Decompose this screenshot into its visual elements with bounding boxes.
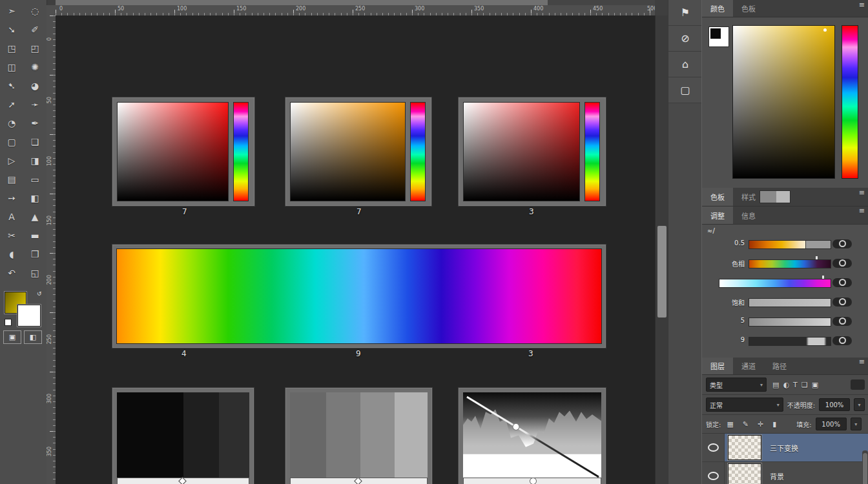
filter-type-icon[interactable]: T (791, 381, 800, 389)
tool-button[interactable]: ➚ (0, 95, 23, 114)
slider-marker[interactable] (816, 256, 818, 259)
tool-button[interactable]: ➛ (23, 95, 46, 114)
swap-colors-icon[interactable]: ↺ (37, 290, 43, 297)
tool-button[interactable]: ✺ (23, 57, 46, 76)
panel-menu-icon[interactable]: ≡ (859, 358, 865, 365)
slider-track[interactable] (749, 259, 831, 268)
slider-knob[interactable] (832, 239, 852, 248)
screen-mode-button[interactable]: ◧ (24, 330, 42, 344)
tool-button[interactable]: ◌ (23, 1, 46, 20)
tool-button[interactable]: A (0, 207, 23, 226)
panel-menu-icon[interactable]: ≡ (859, 207, 865, 214)
tool-button[interactable]: ◧ (23, 188, 46, 207)
panel-menu-icon[interactable]: ≡ (859, 189, 865, 196)
tool-button[interactable]: ➷ (0, 76, 23, 95)
tool-button[interactable]: ✒ (23, 114, 46, 132)
tool-button[interactable]: ↶ (0, 263, 23, 282)
layer-name[interactable]: 背景 (770, 471, 784, 481)
tool-button[interactable]: ◖ (0, 245, 23, 263)
fg-bg-chip[interactable] (708, 26, 729, 47)
layer-thumbnail[interactable] (728, 435, 761, 460)
tool-button[interactable]: ✐ (23, 20, 46, 39)
opacity-spinner[interactable]: ▾ (854, 398, 865, 411)
tool-button[interactable]: ▤ (0, 170, 23, 188)
slider-track[interactable] (749, 240, 831, 249)
tool-button[interactable]: ◳ (0, 39, 23, 57)
tool-button[interactable]: ➙ (0, 188, 23, 207)
tool-button[interactable]: ◨ (23, 151, 46, 170)
blend-mode-dropdown[interactable]: 正常 ▾ (706, 398, 783, 412)
mini-toolbar-button[interactable]: ▢ (668, 77, 702, 103)
filter-type-icon[interactable]: ❏ (800, 381, 810, 389)
slider-track[interactable] (749, 318, 831, 327)
slider-track[interactable] (749, 298, 831, 307)
stop-marker[interactable] (530, 478, 537, 484)
canvas-scrollbar[interactable] (655, 15, 668, 484)
tool-button[interactable]: ◔ (0, 114, 23, 132)
stop-marker[interactable] (178, 477, 187, 484)
tool-button[interactable]: ◱ (23, 263, 46, 282)
scrollbar-thumb[interactable] (657, 226, 666, 318)
slider-inset-handle[interactable] (805, 241, 831, 248)
panel-tab[interactable]: 图层 (702, 358, 733, 374)
filter-type-icon[interactable]: ▣ (810, 381, 820, 389)
stop-marker[interactable] (354, 477, 362, 484)
tool-button[interactable]: ➘ (0, 20, 23, 39)
panel-tab[interactable]: 调整 (702, 207, 733, 224)
tool-button[interactable]: ✂ (0, 226, 23, 245)
default-colors-icon[interactable] (5, 319, 12, 326)
curve-point[interactable] (513, 423, 519, 430)
filter-toggle[interactable] (851, 379, 865, 390)
fill-spinner[interactable]: ▾ (851, 418, 862, 430)
fill-value[interactable]: 100% (816, 418, 847, 430)
filter-type-icon[interactable]: ▤ (770, 381, 781, 389)
opacity-value[interactable]: 100% (819, 398, 850, 411)
layer-filter-dropdown[interactable]: 类型 ▾ (706, 378, 767, 392)
color-field[interactable] (732, 25, 835, 179)
background-color-swatch[interactable] (17, 305, 41, 327)
quick-mask-button[interactable]: ▣ (3, 330, 21, 344)
tool-button[interactable]: ➣ (0, 1, 23, 20)
slider-knob[interactable] (832, 317, 852, 326)
slider-track[interactable] (749, 337, 831, 346)
visibility-eye-icon[interactable] (708, 472, 719, 480)
panel-tab[interactable]: 通道 (733, 358, 764, 374)
panel-tab[interactable]: 信息 (733, 207, 764, 224)
slider-knob[interactable] (832, 259, 852, 268)
lock-icon[interactable]: ✛ (756, 420, 765, 429)
tool-button[interactable]: ▷ (0, 151, 23, 170)
eye-cell[interactable] (702, 462, 725, 484)
swatch-preview[interactable] (760, 190, 790, 203)
layer-row[interactable]: 三下变换 (702, 434, 868, 462)
tool-button[interactable]: ❏ (23, 132, 46, 151)
lock-icon[interactable]: ▦ (725, 420, 735, 429)
panel-tab[interactable]: 色板 (702, 188, 733, 206)
panel-tab[interactable]: 颜色 (702, 0, 733, 17)
mini-toolbar-button[interactable]: ⚑ (668, 0, 702, 26)
tool-button[interactable]: ◰ (23, 39, 46, 57)
lock-icon[interactable]: ✎ (741, 420, 750, 429)
tool-button[interactable]: ▲ (23, 207, 46, 226)
panel-tab[interactable]: 路径 (764, 358, 795, 374)
slider-knob[interactable] (832, 336, 852, 345)
slider-knob[interactable] (832, 278, 852, 287)
eye-cell[interactable] (702, 434, 725, 462)
layer-row[interactable]: 背景 (702, 462, 868, 484)
lock-icon[interactable]: ▮ (770, 420, 778, 429)
hue-slider[interactable] (842, 25, 858, 179)
mini-toolbar-button[interactable]: ⌂ (668, 52, 702, 77)
tool-button[interactable]: ▬ (23, 226, 46, 245)
mini-toolbar-button[interactable]: ⊘ (668, 26, 702, 52)
scrollbar-thumb[interactable] (863, 453, 867, 484)
tool-button[interactable]: ❒ (23, 245, 46, 263)
filter-type-icon[interactable]: ◐ (781, 381, 791, 389)
panel-menu-icon[interactable]: ≡ (859, 1, 865, 8)
slider-knob[interactable] (832, 297, 852, 307)
tool-button[interactable]: ◕ (23, 76, 46, 95)
visibility-eye-icon[interactable] (708, 443, 719, 452)
panel-scrollbar[interactable] (862, 450, 868, 484)
slider-track[interactable] (719, 279, 831, 288)
tool-button[interactable]: ▭ (23, 170, 46, 188)
slider-marker[interactable] (822, 276, 824, 279)
layer-name[interactable]: 三下变换 (770, 443, 798, 453)
